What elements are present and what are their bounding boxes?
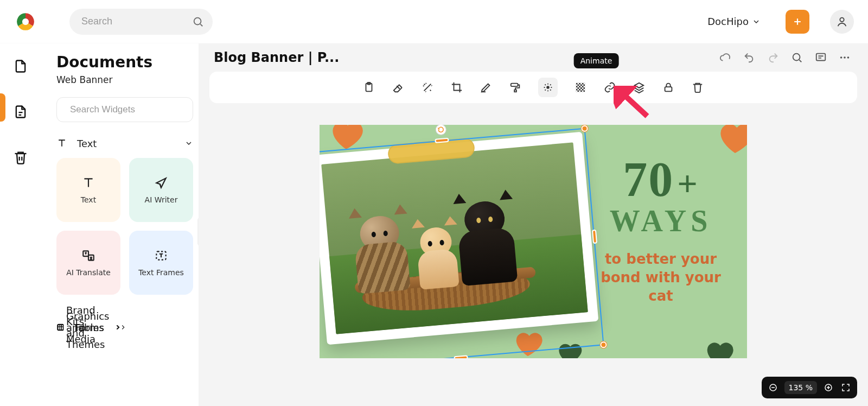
svg-point-10 xyxy=(840,56,843,59)
widget-search[interactable] xyxy=(56,97,193,122)
workspace-name: DocHipo xyxy=(707,16,749,27)
panel-title: Documents xyxy=(56,53,196,71)
svg-rect-16 xyxy=(514,90,516,92)
doc-title[interactable]: Blog Banner | P... xyxy=(214,50,339,65)
resize-handle-br[interactable] xyxy=(600,341,607,348)
left-rail xyxy=(0,43,41,406)
crop-icon[interactable] xyxy=(450,81,463,94)
widget-search-input[interactable] xyxy=(69,104,186,116)
heart-decoration xyxy=(701,335,736,358)
resize-handle-b[interactable] xyxy=(454,355,468,358)
profile-button[interactable] xyxy=(830,10,854,34)
tile-frames-label: Text Frames xyxy=(138,268,184,277)
eraser-icon[interactable] xyxy=(392,81,405,94)
context-toolbar: Animate xyxy=(209,72,857,103)
comments-icon[interactable] xyxy=(815,52,827,64)
text-tiles: Text AI Writer AI Translate Text Frames xyxy=(56,158,193,295)
logo[interactable] xyxy=(14,10,37,33)
banner-number: 70 xyxy=(623,157,674,201)
canvas-area: Blog Banner | P... Animate xyxy=(199,43,868,406)
tile-text-frames[interactable]: Text Frames xyxy=(129,231,193,295)
delete-icon[interactable] xyxy=(691,81,704,94)
text-frame-icon xyxy=(154,249,168,263)
heart-decoration xyxy=(713,125,747,158)
svg-point-12 xyxy=(847,56,850,59)
active-tab-indicator xyxy=(0,93,5,122)
doc-header: Blog Banner | P... xyxy=(199,43,868,72)
resize-handle-tr[interactable] xyxy=(581,125,588,132)
global-search-input[interactable] xyxy=(69,9,213,35)
doc-actions xyxy=(719,52,853,64)
stage[interactable]: 70+ WAYS to better your bond with your c… xyxy=(199,103,868,406)
magic-icon[interactable] xyxy=(421,81,434,94)
app-header: DocHipo xyxy=(0,0,868,43)
svg-rect-21 xyxy=(576,83,585,92)
tile-ai-label: AI Writer xyxy=(145,195,178,204)
tile-ai-translate[interactable]: AI Translate xyxy=(56,231,120,295)
svg-rect-9 xyxy=(816,54,826,61)
svg-point-0 xyxy=(194,17,201,24)
rail-trash[interactable] xyxy=(9,145,33,169)
chevron-down-icon xyxy=(184,139,193,148)
svg-point-17 xyxy=(547,86,549,88)
undo-icon[interactable] xyxy=(743,52,755,64)
tooltip-animate: Animate xyxy=(574,53,619,68)
zoom-in-button[interactable] xyxy=(822,382,834,394)
rail-widgets[interactable] xyxy=(9,100,33,124)
tile-translate-label: AI Translate xyxy=(66,268,111,277)
cloud-sync-icon[interactable] xyxy=(719,52,731,64)
translate-icon xyxy=(81,249,95,263)
text-glyph-icon xyxy=(81,176,95,190)
lock-icon[interactable] xyxy=(662,81,675,94)
panel-subtitle: Web Banner xyxy=(56,74,196,85)
workspace-menu[interactable]: DocHipo xyxy=(707,16,761,27)
widget-panel: Documents Web Banner Text Text AI Writer xyxy=(41,43,199,406)
create-button[interactable] xyxy=(786,10,809,34)
redo-icon[interactable] xyxy=(767,52,779,64)
svg-point-1 xyxy=(840,17,844,21)
search-icon xyxy=(192,16,204,28)
tile-text-label: Text xyxy=(81,195,96,204)
text-icon xyxy=(56,138,67,149)
find-icon[interactable] xyxy=(791,52,803,64)
fullscreen-button[interactable] xyxy=(840,382,852,394)
draw-icon[interactable] xyxy=(480,81,493,94)
svg-point-11 xyxy=(844,56,846,59)
rail-documents[interactable] xyxy=(9,54,33,78)
banner-tagline: to better your bond with your cat xyxy=(591,250,731,305)
cat-brand[interactable]: Brand Kits and Themes xyxy=(56,287,122,368)
chevron-down-icon xyxy=(752,17,761,26)
cat-brand-label: Brand Kits and Themes xyxy=(66,304,105,350)
transparency-icon[interactable] xyxy=(574,81,587,94)
banner-ways: WAYS xyxy=(591,204,731,238)
search-wrap xyxy=(69,9,213,35)
svg-rect-15 xyxy=(511,84,518,87)
zoom-value[interactable]: 135 % xyxy=(784,381,817,394)
color-roller-icon[interactable] xyxy=(509,81,522,94)
chevron-right-icon xyxy=(114,323,122,331)
banner-canvas[interactable]: 70+ WAYS to better your bond with your c… xyxy=(320,125,747,358)
section-text[interactable]: Text xyxy=(56,135,193,151)
zoom-out-button[interactable] xyxy=(767,382,779,394)
tile-ai-writer[interactable]: AI Writer xyxy=(129,158,193,222)
svg-rect-22 xyxy=(665,87,672,91)
selection-box[interactable] xyxy=(320,128,604,358)
zoom-controls: 135 % xyxy=(762,377,857,398)
tile-text[interactable]: Text xyxy=(56,158,120,222)
banner-plus: + xyxy=(677,168,699,200)
svg-point-8 xyxy=(793,54,800,61)
more-icon[interactable] xyxy=(839,52,851,64)
section-text-label: Text xyxy=(77,138,97,149)
resize-handle-t[interactable] xyxy=(435,138,449,143)
rotate-handle[interactable] xyxy=(435,125,447,136)
pen-icon xyxy=(154,176,168,190)
animate-icon[interactable] xyxy=(538,78,558,97)
banner-text-block[interactable]: 70+ WAYS to better your bond with your c… xyxy=(591,157,731,305)
clipboard-icon[interactable] xyxy=(362,81,375,94)
